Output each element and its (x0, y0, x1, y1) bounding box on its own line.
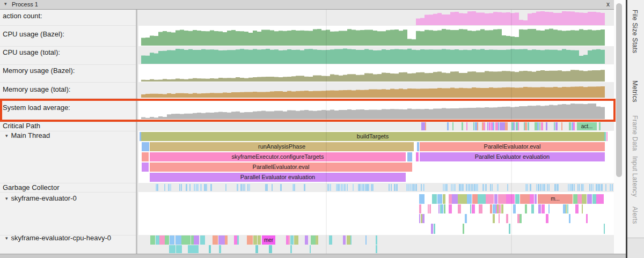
trace-slice[interactable] (586, 214, 588, 223)
gc-tick[interactable] (610, 184, 611, 191)
trace-slice[interactable] (498, 122, 499, 130)
trace-slice[interactable] (554, 122, 555, 130)
gc-tick[interactable] (189, 184, 191, 191)
trace-slice[interactable] (437, 194, 442, 204)
trace-slice[interactable] (219, 245, 221, 253)
trace-slice[interactable] (539, 122, 540, 130)
gc-tick[interactable] (396, 184, 398, 191)
gc-tick[interactable] (602, 184, 603, 191)
trace-slice[interactable] (467, 194, 472, 204)
main-thread-slice-parallelevaluator-eval[interactable]: ParallelEvaluator.eval (150, 163, 412, 172)
trace-slice[interactable] (535, 194, 537, 204)
gc-tick[interactable] (538, 184, 539, 191)
horizontal-scrollbar-track[interactable] (0, 254, 626, 258)
trace-slice[interactable] (599, 122, 601, 130)
sky0-slice[interactable] (463, 224, 464, 234)
gc-tick[interactable] (342, 184, 343, 191)
trace-slice[interactable] (561, 122, 562, 130)
gc-tick[interactable] (345, 184, 346, 191)
gc-tick[interactable] (452, 184, 453, 191)
trace-slice[interactable] (473, 122, 474, 130)
trace-slice[interactable] (530, 194, 534, 204)
trace-slice[interactable] (596, 194, 604, 204)
main-thread-slice-buildtargets[interactable]: buildTargets (141, 132, 604, 141)
gc-tick[interactable] (544, 184, 545, 191)
trace-slice[interactable] (159, 235, 165, 245)
sidebar-tab-frame-data[interactable]: Frame Data (631, 115, 639, 151)
trace-slice[interactable] (466, 122, 467, 130)
gc-tick[interactable] (240, 184, 242, 191)
gc-tick[interactable] (247, 184, 248, 191)
trace-slice[interactable] (450, 204, 452, 213)
trace-slice[interactable] (213, 235, 218, 245)
gc-tick[interactable] (408, 184, 409, 191)
timeline-track-area[interactable]: buildTargetsrunAnalysisPhaseParallelEval… (138, 10, 614, 254)
gc-tick[interactable] (243, 184, 244, 191)
gc-tick[interactable] (225, 184, 226, 191)
trace-slice[interactable] (365, 235, 367, 245)
trace-slice[interactable] (470, 204, 471, 213)
collapse-process-icon[interactable]: ▾ (4, 1, 7, 6)
trace-slice[interactable] (577, 194, 582, 204)
gc-tick[interactable] (179, 184, 180, 191)
heavy-slice[interactable] (376, 235, 377, 245)
gc-tick[interactable] (304, 184, 305, 191)
trace-slice[interactable] (548, 204, 550, 213)
trace-slice[interactable] (515, 194, 519, 204)
trace-slice[interactable] (592, 194, 596, 204)
gc-tick[interactable] (492, 184, 493, 191)
sky0-slice[interactable] (509, 224, 510, 234)
panel-divider[interactable] (136, 10, 138, 254)
trace-slice[interactable] (209, 245, 211, 253)
trace-slice[interactable] (438, 204, 440, 213)
gc-tick[interactable] (415, 184, 417, 191)
gc-tick[interactable] (466, 184, 467, 191)
trace-slice[interactable] (519, 214, 522, 223)
trace-slice[interactable] (490, 204, 492, 213)
trace-slice[interactable] (538, 204, 541, 213)
gc-tick[interactable] (339, 184, 340, 191)
gc-tick[interactable] (497, 184, 499, 191)
close-icon[interactable]: x (606, 1, 610, 8)
trace-slice[interactable] (465, 214, 467, 223)
gc-tick[interactable] (490, 184, 491, 191)
gc-tick[interactable] (410, 184, 412, 191)
gc-tick[interactable] (530, 184, 531, 191)
gc-tick[interactable] (554, 184, 556, 191)
trace-slice[interactable] (499, 214, 500, 223)
trace-slice[interactable] (575, 204, 579, 213)
trace-slice[interactable] (493, 122, 494, 130)
trace-slice[interactable] (444, 204, 445, 213)
trace-slice[interactable] (150, 235, 155, 245)
main-thread-slice[interactable] (142, 152, 149, 161)
trace-slice[interactable] (573, 194, 577, 204)
trace-slice[interactable] (452, 194, 458, 204)
trace-slice[interactable] (458, 194, 467, 204)
trace-slice[interactable] (294, 235, 298, 245)
heavy-slice[interactable]: mer (262, 235, 275, 245)
gc-tick[interactable] (592, 184, 594, 191)
counter-chart-cpuBazel[interactable] (141, 27, 605, 46)
trace-slice[interactable] (518, 122, 519, 130)
gc-tick[interactable] (368, 184, 369, 191)
trace-slice[interactable] (525, 204, 527, 213)
gc-tick[interactable] (389, 184, 390, 191)
gc-tick[interactable] (462, 184, 464, 191)
trace-slice[interactable] (546, 214, 548, 223)
trace-slice[interactable] (537, 122, 539, 130)
gc-tick[interactable] (280, 184, 282, 191)
trace-slice[interactable] (429, 204, 431, 213)
gc-tick[interactable] (372, 184, 374, 191)
trace-slice[interactable] (419, 194, 425, 204)
trace-slice[interactable] (478, 194, 486, 204)
trace-slice[interactable] (311, 235, 316, 245)
counter-chart-cpuTotal[interactable] (141, 47, 605, 64)
gc-tick[interactable] (540, 184, 541, 191)
main-thread-slice-skyframeexecutor-configuretargets[interactable]: skyframeExecutor.configureTargets (150, 152, 406, 161)
trace-slice[interactable] (428, 204, 429, 213)
trace-slice[interactable] (573, 122, 575, 130)
trace-slice[interactable] (525, 122, 527, 130)
gc-tick[interactable] (485, 184, 487, 191)
trace-slice[interactable] (555, 122, 558, 130)
gc-tick[interactable] (237, 184, 238, 191)
